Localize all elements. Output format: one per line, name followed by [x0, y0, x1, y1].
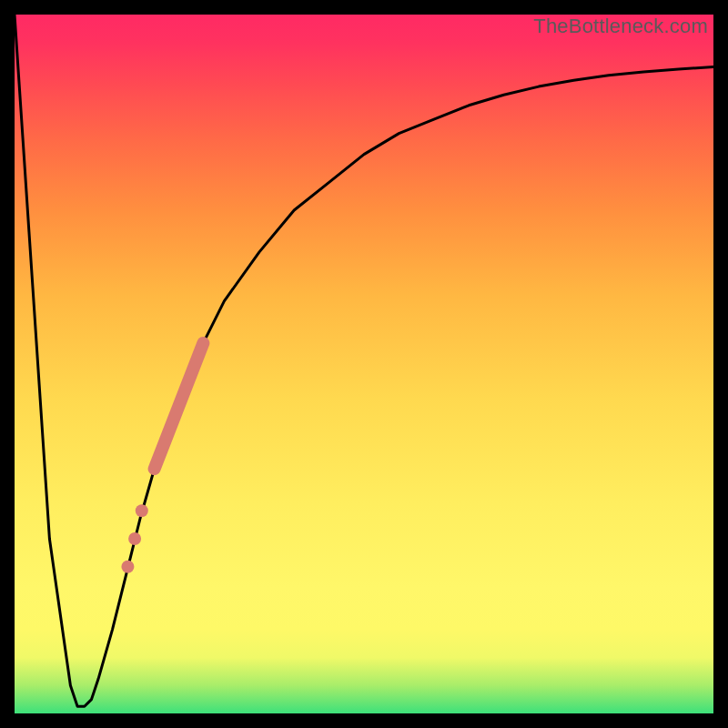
highlight-dots: [121, 504, 147, 572]
highlight-segment: [155, 343, 204, 469]
highlight-dot: [128, 532, 141, 545]
chart-frame: TheBottleneck.com: [0, 0, 728, 728]
bottleneck-curve: [15, 15, 713, 706]
highlight-dot: [121, 561, 134, 573]
plot-area: TheBottleneck.com: [15, 15, 713, 713]
curve-layer: [15, 15, 713, 713]
highlight-dot: [136, 504, 148, 517]
